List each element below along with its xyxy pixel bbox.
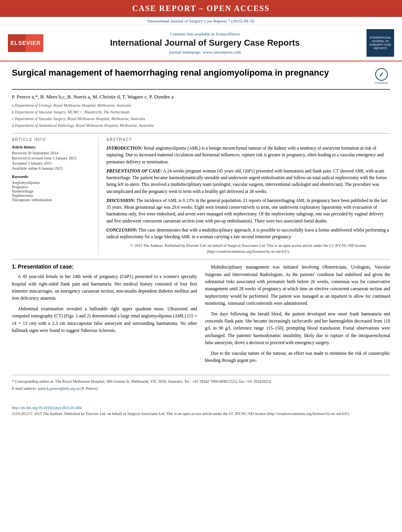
keyword-1: Angiomyolipoma (12, 180, 92, 185)
section-divider (12, 259, 390, 260)
body-para-r2: Ten days following the herald bleed, the… (205, 310, 390, 347)
body-right-col: Multidisciplinary management was initiat… (205, 263, 390, 367)
body-left-text: A 45 year-old female in her 24th week of… (12, 273, 197, 334)
journal-meta-bar: International Journal of Surgery Case Re… (0, 17, 402, 25)
contents-label: Contents lists available at (170, 32, 214, 36)
accepted-date: Accepted 3 January 2015 (12, 161, 92, 165)
abstract-intro: INTRODUCTION: Renal angiomyolipoma (AML)… (106, 145, 390, 165)
elsevier-logo-area: ELSEVIER (8, 34, 43, 52)
body-section: 1. Presentation of case: A 45 year-old f… (12, 263, 390, 367)
footnotes-area: * Corresponding author at: The Royal Mel… (12, 375, 390, 391)
keyword-3: Haemorrhage (12, 189, 92, 193)
available-date: Available online 8 January 2015 (12, 166, 92, 171)
elsevier-logo: ELSEVIER (8, 34, 43, 52)
abstract-text: INTRODUCTION: Renal angiomyolipoma (AML)… (106, 145, 390, 254)
crossmark-label: CrossMark (375, 82, 388, 84)
contents-available: Contents lists available at ScienceDirec… (43, 32, 367, 36)
homepage-url[interactable]: www.casereports.com (203, 50, 241, 54)
article-main-title: Surgical management of haemorrhaging ren… (12, 67, 367, 79)
intro-text: Renal angiomyolipoma (AML) is a benign m… (106, 146, 383, 164)
body-left-col: 1. Presentation of case: A 45 year-old f… (12, 263, 197, 367)
corresponding-author-label: * Corresponding author at: (12, 379, 54, 384)
received-date: Received 30 September 2014 (12, 151, 92, 155)
abstract-heading: ABSTRACT (106, 137, 390, 142)
affiliation-a: a Department of Urology, Royal Melbourne… (12, 102, 390, 108)
article-info-heading: ARTICLE INFO (12, 137, 92, 142)
journal-header: ELSEVIER Contents lists available at Sci… (0, 25, 402, 61)
sciencedirect-link[interactable]: ScienceDirect (216, 32, 240, 36)
article-title-area: Surgical management of haemorrhaging ren… (12, 67, 390, 90)
bottom-footer: http://dx.doi.org/10.1016/j.ijscr.2015.0… (0, 402, 402, 419)
journal-homepage: journal homepage: www.casereports.com (43, 50, 367, 54)
abstract-copyright: © 2015 The Authors. Published by Elsevie… (106, 243, 390, 254)
abstract-discussion: DISCUSSION: The incidence of AML is 0.13… (106, 197, 390, 224)
article-history-label: Article history: (12, 145, 92, 149)
elsevier-label: ELSEVIER (10, 40, 41, 46)
homepage-label: journal homepage: (169, 50, 201, 54)
email-link[interactable]: patrick.preece@mh.org.au (38, 386, 80, 391)
affiliations: a Department of Urology, Royal Melbourne… (12, 102, 390, 128)
keyword-4: Nephrectomy (12, 193, 92, 198)
doi-url-link[interactable]: http://dx.doi.org/10.1016/j.ijscr.2015.0… (12, 406, 82, 410)
email-note: E-mail address: patrick.preece@mh.org.au… (12, 386, 390, 391)
journal-logo-right-area: INTERNATIONAL JOURNAL OF SURGERY CASE RE… (367, 29, 394, 57)
presentation-label: PRESENTATION OF CASE: (106, 169, 162, 173)
affiliation-d: d Department of Anatomical Pathology, Ro… (12, 122, 390, 128)
abstract-presentation: PRESENTATION OF CASE: A 24-weeks pregnan… (106, 168, 390, 195)
abstract-column: ABSTRACT INTRODUCTION: Renal angiomyolip… (106, 137, 390, 254)
received-revised-date: Received in revised form 3 January 2015 (12, 156, 92, 160)
journal-logo-right: INTERNATIONAL JOURNAL OF SURGERY CASE RE… (367, 29, 394, 57)
discussion-label: DISCUSSION: (106, 198, 135, 203)
journal-header-center: Contents lists available at ScienceDirec… (43, 32, 367, 54)
authors-line: P. Preece a,*, B. Mees b,c, B. Norris a,… (12, 94, 390, 100)
intro-label: INTRODUCTION: (106, 146, 143, 150)
crossmark-badge[interactable]: ✓ CrossMark (372, 67, 390, 85)
doi-link[interactable]: http://dx.doi.org/10.1016/j.ijscr.2015.0… (12, 405, 390, 411)
article-info-column: ARTICLE INFO Article history: Received 3… (12, 137, 99, 254)
header-banner: CASE REPORT – OPEN ACCESS (0, 0, 402, 17)
corresponding-author-note: * Corresponding author at: The Royal Mel… (12, 378, 390, 384)
email-label: E-mail address: (12, 386, 37, 391)
email-suffix: (P. Preece). (81, 386, 99, 391)
body-right-text: Multidisciplinary management was initiat… (205, 263, 390, 364)
affiliation-c: c Department of Vascular Surgery, Royal … (12, 116, 390, 122)
keyword-2: Pregnancy (12, 185, 92, 189)
article-content: Surgical management of haemorrhaging ren… (0, 61, 402, 399)
conclusion-text: This case demonstrates that with a multi… (106, 228, 389, 239)
abstract-conclusion: CONCLUSION: This case demonstrates that … (106, 227, 390, 241)
body-para-r1: Multidisciplinary management was initiat… (205, 263, 390, 307)
journal-title: International Journal of Surgery Case Re… (43, 38, 367, 48)
body-para-2: Abdominal examination revealed a ballota… (12, 305, 197, 334)
affiliation-b: b Department of Vascular Surgery, MUMC+,… (12, 109, 390, 115)
keyword-5: Therapeutic embolisation (12, 198, 92, 202)
conclusion-label: CONCLUSION: (106, 228, 138, 232)
crossmark-icon: ✓ (375, 68, 388, 81)
footer-copyright-text: 2210-2612/© 2015 The Authors. Published … (12, 411, 390, 417)
keywords-label: Keywords: (12, 174, 92, 179)
journal-logo-label: INTERNATIONAL JOURNAL OF SURGERY CASE RE… (368, 36, 392, 50)
corresponding-author-text: The Royal Melbourne Hospital, 300 Gratta… (55, 379, 272, 384)
discussion-text: The incidence of AML is 0.13% in the gen… (106, 198, 387, 223)
body-para-r3: Due to the vascular nature of the tumour… (205, 350, 390, 364)
body-para-1: A 45 year-old female in her 24th week of… (12, 273, 197, 302)
article-info-abstract-section: ARTICLE INFO Article history: Received 3… (12, 133, 390, 254)
section1-title: 1. Presentation of case: (12, 263, 197, 270)
